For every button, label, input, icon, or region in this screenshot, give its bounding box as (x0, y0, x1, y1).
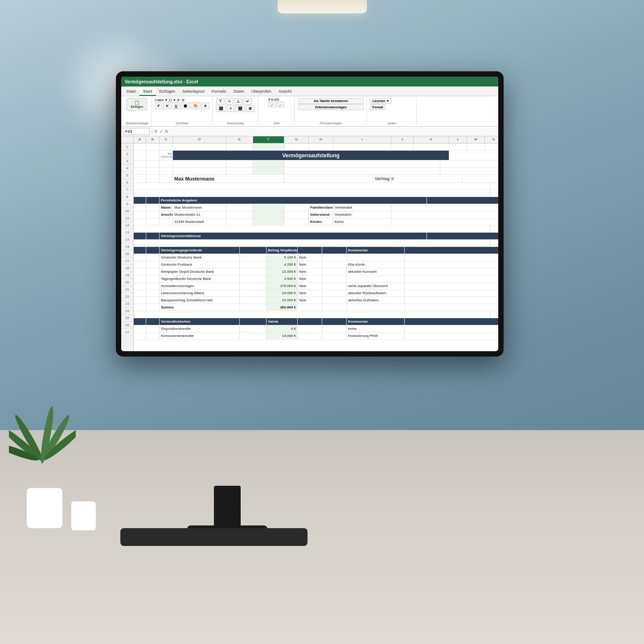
cell-e27[interactable] (240, 332, 267, 339)
summe-label-cell[interactable]: Summe (160, 304, 240, 311)
cell-e17[interactable] (240, 261, 267, 268)
tab-datei[interactable]: Datei (123, 87, 139, 96)
cell-a8[interactable] (134, 197, 146, 204)
cell-a22[interactable] (134, 297, 146, 304)
cell-a5[interactable] (134, 175, 146, 182)
align-center-button[interactable]: ≡ (227, 105, 234, 112)
cell-row-24[interactable] (134, 311, 490, 318)
cell-h19[interactable] (322, 275, 347, 282)
font-color-button[interactable]: A (201, 103, 209, 109)
cell-g11[interactable] (284, 218, 309, 225)
asset-comment-20[interactable]: siehe separate Übersicht (347, 283, 405, 289)
verb-name-27[interactable]: Konsumentenkredite (160, 332, 240, 339)
asset-comment-16[interactable] (347, 254, 405, 261)
cell-row-14[interactable] (134, 240, 490, 246)
asset-comment-17[interactable]: Ehe-Konto (347, 261, 405, 268)
cell-e11[interactable] (226, 218, 253, 225)
cell-a9[interactable] (134, 204, 146, 211)
cell-b9[interactable] (146, 204, 160, 211)
tab-formeln[interactable]: Formeln (208, 87, 230, 96)
cell-a20[interactable] (134, 283, 146, 289)
cell-f9[interactable] (253, 204, 284, 211)
cell-e15[interactable] (240, 247, 267, 254)
insert-function-icon[interactable]: fx (165, 129, 168, 134)
cell-f4[interactable] (253, 168, 284, 174)
tab-daten[interactable]: Daten (230, 87, 248, 96)
fill-color-button[interactable]: 🎨 (191, 103, 201, 109)
cell-e3[interactable] (226, 160, 253, 167)
cell-a2[interactable] (134, 151, 146, 160)
cell-e20[interactable] (240, 283, 267, 289)
cell-b26[interactable] (146, 325, 160, 332)
col-header-d[interactable]: D (173, 136, 226, 143)
cell-n1[interactable] (485, 144, 498, 150)
cell-row-12[interactable] (134, 226, 490, 232)
cell-b16[interactable] (146, 254, 160, 261)
gueterstand-label-cell[interactable]: Güterstand: (309, 211, 333, 218)
verb-valuta-27[interactable]: 14.000 € (267, 332, 298, 339)
col-header-n[interactable]: N (485, 136, 498, 143)
confirm-formula-icon[interactable]: ✓ (160, 129, 163, 134)
assets-header-betrag[interactable]: Betrag Verpfändet (267, 247, 298, 254)
asset-comment-22[interactable]: aktuelles Guthaben (347, 297, 405, 304)
cell-b10[interactable] (146, 211, 160, 218)
kinder-value-cell[interactable]: Keine (333, 218, 391, 225)
cell-a16[interactable] (134, 254, 146, 261)
col-header-h[interactable]: H (309, 136, 333, 143)
name-value-cell[interactable]: Max Mustermann (173, 204, 226, 211)
align-right-button[interactable]: ⬛ (235, 105, 245, 112)
cell-a19[interactable] (134, 275, 146, 282)
verb-comment-27[interactable]: Finanzierung PKW (347, 332, 405, 339)
cell-g9[interactable] (284, 204, 309, 211)
einfuegen-button-area[interactable]: 📋 Einfügen (127, 98, 147, 111)
cancel-formula-icon[interactable]: ✕ (154, 129, 158, 134)
cell-a25[interactable] (134, 318, 146, 325)
verbindlichkeiten-kommentar-header[interactable]: Kommentar (347, 318, 405, 325)
cell-b11[interactable] (146, 218, 160, 225)
cell-d4[interactable] (173, 168, 226, 174)
cell-e23[interactable] (240, 304, 267, 311)
italic-button[interactable]: K (163, 103, 171, 109)
asset-betrag-16[interactable]: 5.100 € (267, 254, 298, 261)
cell-b13[interactable] (146, 233, 160, 239)
cell-g25[interactable] (298, 318, 322, 325)
align-bottom-button[interactable]: ⊥ (234, 98, 242, 105)
cell-g23[interactable] (298, 304, 322, 311)
cell-a3[interactable] (134, 160, 146, 167)
tab-ueberpruefung[interactable]: Überprüfen (248, 87, 275, 96)
cell-b15[interactable] (146, 247, 160, 254)
asset-verpf-21[interactable]: Nein (298, 290, 322, 296)
cell-b4[interactable] (146, 168, 160, 174)
valuta-header[interactable]: Valuta (267, 318, 298, 325)
cell-rest-4[interactable] (284, 168, 440, 174)
cell-a13[interactable] (134, 233, 146, 239)
asset-betrag-17[interactable]: 4.200 € (267, 261, 298, 268)
asset-name-18[interactable]: Wertpapier Depot Deutsche Bank (160, 268, 240, 275)
cell-e26[interactable] (240, 325, 267, 332)
col-header-c[interactable]: C (160, 136, 173, 143)
cell-h26[interactable] (322, 325, 347, 332)
title-cell[interactable]: Vermögensaufstellung (173, 151, 449, 160)
col-header-l[interactable]: L (449, 136, 467, 143)
cell-rest-3[interactable] (284, 160, 440, 167)
kinder-label-cell[interactable]: Kinder: (309, 218, 333, 225)
asset-betrag-19[interactable]: 4.500 € (267, 275, 298, 282)
cell-g1[interactable] (284, 144, 309, 150)
cell-e25[interactable] (240, 318, 267, 325)
col-header-j[interactable]: J (391, 136, 414, 143)
asset-name-20[interactable]: Immobilienvermögen (160, 283, 240, 289)
asset-verpf-18[interactable]: Nein (298, 268, 322, 275)
cell-l1[interactable] (449, 144, 467, 150)
decimal-dec-button[interactable]: ,↓ (277, 102, 284, 107)
cell-d3[interactable] (173, 160, 226, 167)
cell-h23[interactable] (322, 304, 347, 311)
cell-a18[interactable] (134, 268, 146, 275)
cell-h15[interactable] (322, 247, 347, 254)
asset-name-17[interactable]: Girokonto Postbank (160, 261, 240, 268)
einfuegen-button[interactable]: 📋 Einfügen (127, 98, 147, 111)
align-left-button[interactable]: ⬛ (216, 105, 226, 112)
cell-c11[interactable] (160, 218, 173, 225)
cell-h16[interactable] (322, 254, 347, 261)
asset-comment-18[interactable]: aktueller Kurswert (347, 268, 405, 275)
asset-betrag-21[interactable]: 24.000 € (267, 290, 298, 296)
